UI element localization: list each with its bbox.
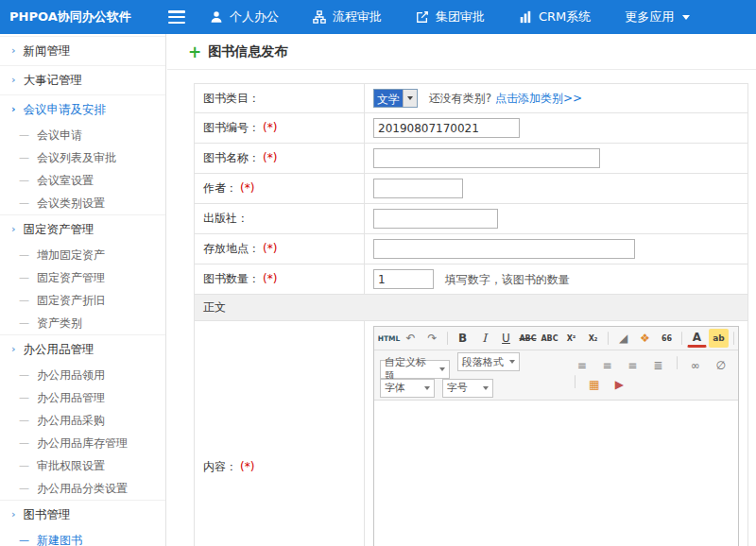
chevron-down-icon (403, 90, 417, 107)
editor-tool-align-center[interactable]: ≡ (597, 356, 617, 375)
sidebar-item[interactable]: — 新建图书 (0, 529, 165, 546)
user-icon (210, 10, 223, 24)
category-select[interactable]: 文学 (373, 89, 418, 108)
nav-more-apps[interactable]: 更多应用 (625, 9, 690, 26)
publisher-input[interactable] (373, 209, 498, 229)
location-input[interactable] (373, 239, 635, 259)
editor-tool[interactable] (677, 356, 678, 369)
field-label: 图书数量： (203, 272, 260, 285)
editor-tool-align-justify[interactable]: ≣ (648, 356, 668, 375)
author-input[interactable] (373, 179, 463, 198)
editor-toolbar-row1: HTML ↶ ↷ B I (374, 327, 738, 350)
sidebar-item[interactable]: — 办公用品领用 (0, 364, 165, 386)
rich-text-editor: HTML ↶ ↷ B I (373, 326, 739, 546)
menu-marker-icon: — (19, 196, 29, 210)
dropdown-label: 段落格式 (462, 355, 504, 369)
quantity-input[interactable] (373, 269, 434, 289)
sidebar-item[interactable]: — 办公用品分类设置 (0, 477, 165, 500)
sidebar-item[interactable]: — 会议室设置 (0, 169, 165, 192)
add-category-link[interactable]: 点击添加类别>> (495, 92, 582, 105)
editor-canvas[interactable] (374, 401, 738, 546)
editor-dropdown-font-family[interactable]: 字体 (380, 379, 435, 398)
sidebar-item[interactable]: › 固定资产管理 (0, 214, 165, 244)
sidebar-item[interactable]: — 办公用品管理 (0, 386, 165, 409)
chevron-down-icon (509, 360, 515, 364)
menu-item-label: 大事记管理 (24, 74, 83, 87)
editor-dropdown-custom-title[interactable]: 自定义标题 (380, 360, 450, 379)
sidebar-item[interactable]: — 会议列表及审批 (0, 146, 165, 169)
editor-tool-italic[interactable]: I (474, 329, 494, 348)
topbar: PHPOA协同办公软件 个人办公 流程审批 集团审批 CRM系统 (0, 0, 756, 34)
hamburger-menu-icon[interactable] (168, 10, 185, 24)
sidebar-item[interactable]: — 办公用品库存管理 (0, 432, 165, 454)
required-mark: (*) (263, 242, 277, 255)
editor-tool-unlink[interactable]: ∅ (711, 356, 730, 375)
editor-dropdown-font-size[interactable]: 字号 (442, 379, 493, 398)
sidebar-item[interactable]: — 会议类别设置 (0, 192, 165, 214)
nav-group-approval[interactable]: 集团审批 (416, 9, 485, 26)
chevron-down-icon (682, 15, 690, 20)
sidebar: › 新闻管理 › 大事记管理 › 会议申请及安排 — 会议申请 — 会议列表及审… (0, 34, 166, 546)
form-row-quantity: 图书数量：(*) 填写数字，该图书的数量 (195, 264, 748, 295)
editor-tool-insert-media[interactable]: ▶ (610, 375, 629, 394)
nav-process-approval[interactable]: 流程审批 (313, 9, 382, 26)
editor-tool-highlight-color[interactable]: ab (709, 329, 729, 348)
sidebar-item[interactable]: › 新闻管理 (0, 36, 165, 65)
editor-tool-align-right[interactable]: ≡ (623, 356, 643, 375)
editor-tool[interactable] (447, 332, 448, 345)
sidebar-item[interactable]: › 会议申请及安排 (0, 94, 165, 124)
editor-tool-superscript[interactable]: X² (561, 329, 581, 348)
editor-tool-link[interactable]: ∞ (685, 356, 705, 375)
editor-tool[interactable] (681, 332, 682, 345)
nav-crm-system[interactable]: CRM系统 (519, 9, 591, 26)
editor-tool-underline[interactable]: U (496, 329, 516, 348)
editor-tool-blockquote[interactable]: 66 (657, 329, 677, 348)
nav-label: CRM系统 (539, 9, 591, 26)
editor-tool-spellcheck[interactable]: ABC (540, 329, 559, 348)
editor-tool[interactable] (575, 375, 576, 388)
sidebar-item[interactable]: — 资产类别 (0, 312, 165, 334)
editor-tool-insert-image[interactable]: ▦ (584, 375, 604, 394)
menu-item-label: 办公用品领用 (37, 368, 105, 382)
editor-tool-font-color[interactable]: A (687, 329, 707, 348)
menu-marker-icon: — (19, 368, 29, 382)
editor-tool-undo[interactable]: ↶ (401, 329, 421, 348)
editor-tool-align-left[interactable]: ≡ (572, 356, 592, 375)
sidebar-item[interactable]: — 固定资产折旧 (0, 289, 165, 312)
book-no-input[interactable] (373, 118, 520, 138)
sidebar-item[interactable]: — 审批权限设置 (0, 454, 165, 477)
category-field-cell: 文学 还没有类别? 点击添加类别>> (365, 84, 748, 113)
sidebar-item[interactable]: › 图书管理 (0, 500, 165, 529)
menu-item-label: 会议类别设置 (37, 196, 105, 210)
editor-tool[interactable] (608, 332, 609, 345)
editor-dropdown-paragraph-format[interactable]: 段落格式 (457, 352, 520, 371)
editor-tool-subscript[interactable]: X₂ (583, 329, 603, 348)
required-mark: (*) (263, 121, 277, 134)
dropdown-label: 字号 (447, 381, 468, 395)
editor-tool-html-source[interactable]: HTML (379, 329, 399, 348)
editor-tool[interactable] (733, 332, 734, 345)
editor-tool-redo[interactable]: ↷ (422, 329, 442, 348)
sidebar-item[interactable]: — 办公用品采购 (0, 409, 165, 432)
sidebar-item[interactable]: — 固定资产管理 (0, 266, 165, 289)
menu-marker-icon: › (11, 103, 16, 116)
book-name-input[interactable] (373, 148, 600, 168)
menu-item-label: 办公用品管理 (37, 391, 105, 404)
sidebar-item[interactable]: — 增加固定资产 (0, 244, 165, 266)
category-hint-text: 还没有类别? (429, 92, 491, 105)
editor-tool-bold[interactable]: B (453, 329, 472, 348)
menu-marker-icon: › (11, 343, 16, 356)
menu-item-label: 图书管理 (24, 508, 71, 521)
menu-item-label: 办公用品库存管理 (37, 436, 128, 450)
sidebar-item[interactable]: › 大事记管理 (0, 65, 165, 94)
sidebar-item[interactable]: — 会议申请 (0, 124, 165, 146)
category-label-cell: 图书类目： (195, 84, 365, 113)
editor-tool-strikethrough[interactable]: ABC (518, 329, 538, 348)
editor-tool-format-brush[interactable]: ❖ (635, 329, 655, 348)
menu-marker-icon: — (19, 391, 29, 404)
sidebar-item[interactable]: › 办公用品管理 (0, 334, 165, 364)
nav-label: 集团审批 (436, 9, 485, 26)
nav-personal-office[interactable]: 个人办公 (210, 9, 279, 26)
editor-tool-eraser[interactable]: ◢ (613, 329, 633, 348)
nav-label: 流程审批 (333, 9, 382, 26)
